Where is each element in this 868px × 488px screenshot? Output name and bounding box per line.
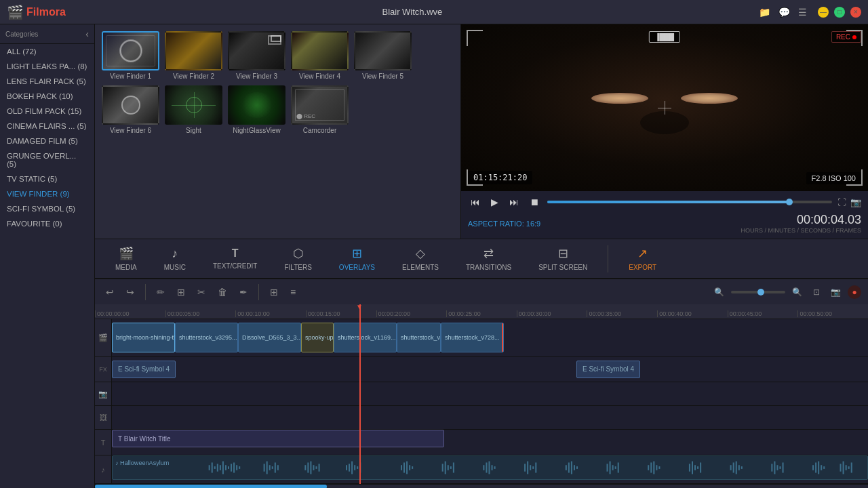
chat-icon[interactable]: 💬 xyxy=(778,7,790,18)
overlay-item-vf6[interactable]: View Finder 6 xyxy=(102,85,159,134)
overlay-item-vf1[interactable]: View Finder 1 xyxy=(102,31,159,80)
close-button[interactable]: × xyxy=(850,7,861,18)
audio-waveform[interactable]: ♪ HalloweenAsylum xyxy=(112,455,868,480)
overlay-item-sight[interactable]: Sight xyxy=(165,85,222,134)
pen-button[interactable]: ✏ xyxy=(153,285,169,300)
zoom-in-button[interactable]: 🔍 xyxy=(788,285,806,299)
overlay-thumb-vf2[interactable] xyxy=(165,31,222,70)
collapse-button[interactable]: ‹ xyxy=(85,28,89,39)
tool-elements[interactable]: ◇ ELEMENTS xyxy=(395,243,446,274)
add-audio-button[interactable]: ⊞ xyxy=(266,285,282,300)
sidebar-item-grunge-overl[interactable]: GRUNGE OVERL... (5) xyxy=(0,148,94,171)
progress-bar[interactable] xyxy=(547,201,832,203)
sidebar-item-light-leaks[interactable]: LIGHT LEAKS PA... (8) xyxy=(0,59,94,74)
overlay-thumb-sight[interactable] xyxy=(165,85,222,125)
clip-label: spooky-up... xyxy=(305,334,334,341)
sidebar-item-sci-fi[interactable]: SCI-FI SYMBOL (5) xyxy=(0,201,94,216)
undo-button[interactable]: ↩ xyxy=(102,285,118,300)
sidebar-item-tv-static[interactable]: TV STATIC (5) xyxy=(0,171,94,186)
top-section: View Finder 1 View Finder 2 View Finder … xyxy=(95,24,868,239)
menu-icon[interactable]: ☰ xyxy=(798,7,807,18)
clip-bright-moon[interactable]: bright-moon-shining-th... xyxy=(112,323,175,352)
effect-track-1-header: FX xyxy=(95,357,112,382)
bottom-scrollbar[interactable] xyxy=(95,484,868,488)
play-pause-button[interactable]: ▶ xyxy=(488,195,501,209)
sidebar-item-favourite[interactable]: FAVOURITE (0) xyxy=(0,216,94,231)
overlay-thumb-vf4[interactable] xyxy=(291,31,349,70)
redo-button[interactable]: ↪ xyxy=(122,285,138,300)
effect-sci-fi-1[interactable]: E Sci-fi Symbol 4 xyxy=(112,361,176,378)
tool-export[interactable]: ↗ EXPORT xyxy=(622,243,663,274)
svg-rect-69 xyxy=(700,462,701,472)
vf-top-bar: ▐███ xyxy=(649,31,680,43)
sidebar-item-lens-flair[interactable]: LENS FLAIR PACK (5) xyxy=(0,74,94,89)
sidebar-item-damaged-film[interactable]: DAMAGED FILM (5) xyxy=(0,134,94,148)
overlay-thumb-vf6[interactable] xyxy=(102,85,159,125)
svg-rect-58 xyxy=(615,466,616,469)
magnet-button[interactable]: ⊞ xyxy=(173,285,189,300)
stop-button[interactable]: ⏹ xyxy=(527,195,542,209)
marker-button[interactable]: ✒ xyxy=(235,285,252,300)
overlay-item-vf2[interactable]: View Finder 2 xyxy=(165,31,222,80)
skip-forward-button[interactable]: ⏭ xyxy=(507,195,521,209)
tool-music[interactable]: ♪ MUSIC xyxy=(157,244,193,274)
empty-track-1-body xyxy=(112,382,868,405)
zoom-thumb[interactable] xyxy=(757,289,764,296)
overlay-thumb-cam[interactable]: ⬤ REC xyxy=(291,85,349,125)
clip-shutterstock-1[interactable]: shutterstock_v3295... xyxy=(175,323,238,352)
delete-button[interactable]: 🗑 xyxy=(214,285,231,300)
clip-spooky[interactable]: spooky-up... xyxy=(301,323,334,352)
tool-transitions[interactable]: ⇄ TRANSITIONS xyxy=(459,243,518,274)
clip-shutterstock-4[interactable]: shutterstock_v728... xyxy=(441,323,504,352)
clip-shutterstock-2[interactable]: shutterstock_v1169... xyxy=(334,323,397,352)
settings-tl-button[interactable]: ● xyxy=(848,285,861,299)
tc-value: 00:00:04.03 xyxy=(741,213,861,227)
media-label: MEDIA xyxy=(115,264,137,271)
music-icon: ♪ xyxy=(172,247,178,261)
split-audio-button[interactable]: ≡ xyxy=(286,285,300,300)
zoom-bar[interactable] xyxy=(731,291,785,293)
overlay-item-vf3[interactable]: View Finder 3 xyxy=(228,31,285,80)
tool-text[interactable]: T TEXT/CREDIT xyxy=(206,245,264,272)
overlay-thumb-ngv[interactable] xyxy=(228,85,285,125)
svg-rect-88 xyxy=(848,466,850,469)
overlay-item-vf4[interactable]: View Finder 4 xyxy=(291,31,349,80)
overlay-item-ngv[interactable]: NightGlassView xyxy=(228,85,285,134)
snapshot-tl-button[interactable]: 📷 xyxy=(827,285,845,299)
overlay-thumb-vf1[interactable] xyxy=(102,31,159,70)
filters-icon: ⬡ xyxy=(293,246,304,261)
zoom-out-button[interactable]: 🔍 xyxy=(710,285,728,299)
sidebar-item-all[interactable]: ALL (72) xyxy=(0,44,94,59)
tc-units: HOURS / MINUTES / SECONDS / FRAMES xyxy=(741,227,861,234)
overlay-label-vf4: View Finder 4 xyxy=(299,73,340,80)
tool-filters[interactable]: ⬡ FILTERS xyxy=(277,243,318,274)
clip-shutterstock-3[interactable]: shutterstock_v6... xyxy=(397,323,441,352)
overlay-thumb-vf5[interactable] xyxy=(354,31,412,70)
overlay-thumb-vf3[interactable] xyxy=(228,31,285,70)
effect-track-1-body: E Sci-fi Symbol 4 E Sci-fi Symbol 4 xyxy=(112,357,868,382)
overlay-item-vf5[interactable]: View Finder 5 xyxy=(354,31,412,80)
tool-overlays[interactable]: ⊞ OVERLAYS xyxy=(332,243,382,274)
tl-zoom-controls: 🔍 🔍 ⊡ 📷 ● xyxy=(710,285,861,299)
fullscreen-button[interactable]: ⛶ xyxy=(837,197,846,207)
tool-media[interactable]: 🎬 MEDIA xyxy=(108,243,144,274)
minimize-button[interactable]: — xyxy=(818,7,829,18)
sidebar-item-cinema-flairs[interactable]: CINEMA FLAIRS ... (5) xyxy=(0,119,94,134)
progress-fill xyxy=(547,201,789,203)
snapshot-button[interactable]: 📷 xyxy=(850,197,861,207)
scroll-thumb[interactable] xyxy=(95,485,327,488)
skip-back-button[interactable]: ⏮ xyxy=(468,195,483,209)
preview-info: ASPECT RATIO: 16:9 00:00:04.03 HOURS / M… xyxy=(468,213,861,234)
sidebar-item-old-film[interactable]: OLD FILM PACK (15) xyxy=(0,104,94,119)
maximize-button[interactable]: □ xyxy=(834,7,845,18)
tool-split-screen[interactable]: ⊟ SPLIT SCREEN xyxy=(532,243,594,274)
text-item-blair-witch[interactable]: T Blair Witch Title xyxy=(112,430,444,447)
effect-sci-fi-2[interactable]: E Sci-fi Symbol 4 xyxy=(576,361,640,378)
trim-button[interactable]: ✂ xyxy=(193,285,210,300)
clip-dissolve[interactable]: Dissolve_D565_3_3... xyxy=(238,323,301,352)
folder-icon[interactable]: 📁 xyxy=(759,7,770,18)
sidebar-item-bokeh[interactable]: BOKEH PACK (10) xyxy=(0,89,94,104)
sidebar-item-view-finder[interactable]: VIEW FINDER (9) xyxy=(0,186,94,201)
fit-button[interactable]: ⊡ xyxy=(809,285,824,299)
overlay-item-cam[interactable]: ⬤ REC Camcorder xyxy=(291,85,349,134)
